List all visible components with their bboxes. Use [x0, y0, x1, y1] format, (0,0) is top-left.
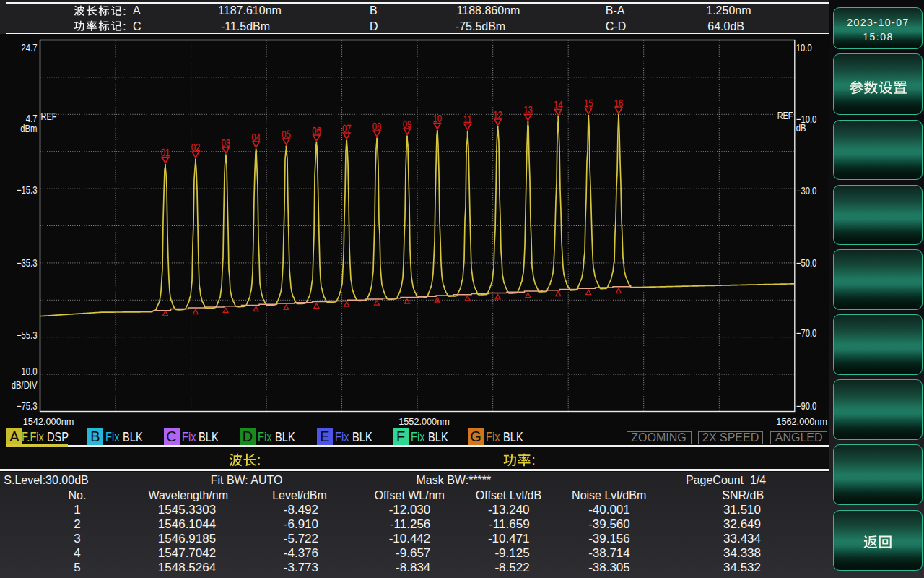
svg-text:16: 16 — [614, 97, 624, 109]
svg-text:10.0: 10.0 — [21, 365, 37, 377]
svg-text:02: 02 — [191, 141, 201, 153]
svg-text:06: 06 — [312, 124, 321, 137]
svg-text:1542.000nm: 1542.000nm — [23, 416, 74, 426]
svg-text:−35.3: −35.3 — [17, 256, 38, 269]
svg-text:14: 14 — [554, 99, 563, 111]
svg-text:11: 11 — [463, 113, 472, 126]
svg-text:−75.3: −75.3 — [17, 400, 38, 413]
svg-text:07: 07 — [342, 122, 352, 134]
svg-text:−55.3: −55.3 — [17, 329, 38, 342]
svg-text:10: 10 — [433, 113, 443, 125]
svg-text:03: 03 — [221, 137, 230, 149]
svg-text:13: 13 — [523, 104, 533, 116]
svg-text:dB: dB — [796, 122, 806, 134]
svg-text:12: 12 — [493, 108, 502, 121]
svg-text:10.0: 10.0 — [796, 42, 812, 54]
svg-text:REF: REF — [777, 111, 793, 122]
svg-text:24.7: 24.7 — [21, 42, 37, 54]
svg-text:01: 01 — [161, 147, 170, 159]
svg-text:−70.0: −70.0 — [796, 327, 817, 340]
svg-text:04: 04 — [251, 131, 261, 143]
svg-text:−90.0: −90.0 — [796, 400, 817, 412]
svg-text:08: 08 — [372, 120, 382, 132]
svg-text:dBm: dBm — [20, 122, 37, 134]
svg-text:1552.000nm: 1552.000nm — [398, 416, 450, 426]
svg-text:−15.3: −15.3 — [17, 184, 38, 197]
svg-text:05: 05 — [282, 128, 291, 140]
svg-text:−30.0: −30.0 — [796, 184, 817, 197]
svg-text:REF: REF — [41, 111, 57, 122]
svg-text:09: 09 — [403, 118, 412, 130]
svg-text:1562.000nm: 1562.000nm — [776, 416, 827, 426]
svg-text:−50.0: −50.0 — [796, 256, 817, 269]
svg-text:dB/DIV: dB/DIV — [12, 379, 38, 391]
svg-text:15: 15 — [584, 98, 593, 110]
